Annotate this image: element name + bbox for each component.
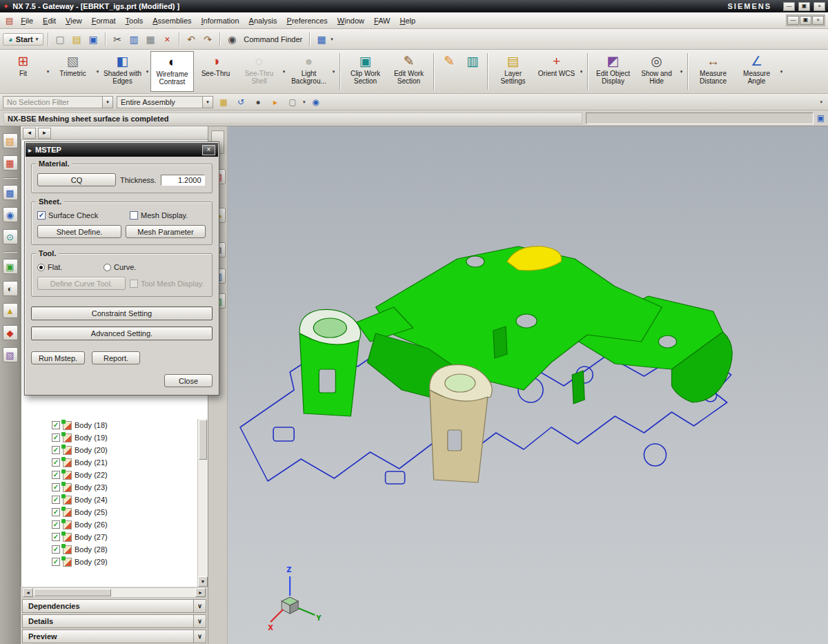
process-studio-icon[interactable]: ◐ bbox=[3, 281, 18, 296]
tree-row[interactable]: ✓Body (22) bbox=[21, 469, 197, 481]
scroll-down-arrow[interactable]: ▼ bbox=[198, 576, 208, 587]
dialog-style-button[interactable]: ▦ bbox=[314, 32, 329, 47]
tree-row[interactable]: ✓Body (18) bbox=[21, 419, 197, 431]
tree-row[interactable]: ✓Body (20) bbox=[21, 444, 197, 456]
measure-distance-button[interactable]: ↔ Measure Distance bbox=[691, 51, 735, 92]
scroll-thumb[interactable] bbox=[34, 589, 111, 596]
selection-filter-combo[interactable]: No Selection Filter ▾ bbox=[3, 96, 113, 108]
mesh-display-checkbox[interactable] bbox=[130, 211, 138, 219]
tree-row[interactable]: ✓Body (26) bbox=[21, 518, 197, 531]
roles-icon[interactable]: ◆ bbox=[3, 325, 18, 340]
dialog-title-bar[interactable]: ▸ MSTEP × bbox=[26, 143, 218, 157]
close-button[interactable]: × bbox=[814, 2, 825, 11]
checkbox-icon[interactable]: ✓ bbox=[52, 496, 60, 504]
checkbox-icon[interactable]: ✓ bbox=[52, 433, 60, 442]
surface-check-checkbox[interactable]: ✓ bbox=[37, 211, 46, 219]
undo-button[interactable]: ↶ bbox=[184, 32, 199, 47]
panel-details[interactable]: Details ∨ bbox=[22, 614, 206, 628]
advanced-setting-button[interactable]: Advanced Setting. bbox=[31, 326, 213, 340]
chevron-down-icon[interactable]: ▾ bbox=[102, 97, 112, 108]
back-button[interactable]: ◄ bbox=[23, 128, 36, 139]
tool-mesh-display-checkbox[interactable] bbox=[130, 280, 138, 288]
menu-faw[interactable]: FAW bbox=[369, 14, 395, 28]
checkbox-icon[interactable]: ✓ bbox=[52, 421, 60, 429]
menu-preferences[interactable]: Preferences bbox=[282, 14, 333, 28]
menu-format[interactable]: Format bbox=[87, 14, 121, 28]
internet-explorer-icon[interactable]: ◉ bbox=[3, 207, 18, 222]
checkbox-icon[interactable]: ✓ bbox=[52, 508, 60, 516]
panel-dependencies[interactable]: Dependencies ∨ bbox=[22, 599, 206, 613]
checkbox-icon[interactable]: ✓ bbox=[52, 533, 60, 541]
edit-work-section-button[interactable]: ✎ Edit Work Section bbox=[387, 51, 431, 92]
cursor-select-button[interactable]: ▸ bbox=[268, 95, 282, 108]
checkbox-icon[interactable]: ✓ bbox=[52, 558, 60, 566]
tree-row[interactable]: ✓Body (29) bbox=[21, 556, 197, 568]
menu-tools[interactable]: Tools bbox=[121, 14, 148, 28]
tree-row[interactable]: ✓Body (24) bbox=[21, 494, 197, 506]
save-button[interactable]: ▣ bbox=[86, 32, 101, 47]
checkbox-icon[interactable]: ✓ bbox=[52, 483, 60, 491]
open-file-button[interactable]: ▤ bbox=[69, 32, 84, 47]
layer-settings-button[interactable]: ▤ Layer Settings bbox=[491, 51, 535, 92]
dropdown-arrow[interactable]: ▾ bbox=[331, 51, 337, 92]
checkbox-icon[interactable]: ✓ bbox=[52, 545, 60, 554]
dropdown-arrow[interactable]: ▾ bbox=[144, 51, 150, 92]
panel-preview[interactable]: Preview ∨ bbox=[22, 630, 206, 643]
trimetric-button[interactable]: ▧ Trimetric bbox=[51, 51, 95, 92]
light-background-button[interactable]: ● Light Backgrou... bbox=[287, 51, 331, 92]
horizontal-scrollbar[interactable]: ◄ ► bbox=[22, 587, 206, 598]
vertical-scrollbar[interactable]: ▼ bbox=[197, 419, 208, 587]
constraint-navigator-icon[interactable]: ▦ bbox=[3, 155, 18, 170]
thickness-field[interactable]: 1.2000 bbox=[161, 175, 205, 186]
selection-scope-combo[interactable]: Entire Assembly ▾ bbox=[117, 96, 213, 108]
edit-object-display-button[interactable]: ◩ Edit Object Display bbox=[591, 51, 635, 92]
dropdown-arrow[interactable]: ▾ bbox=[281, 51, 287, 92]
tree-row[interactable]: ✓Body (27) bbox=[21, 531, 197, 543]
tree-row[interactable]: ✓Body (25) bbox=[21, 506, 197, 518]
restore-button[interactable]: ▣ bbox=[798, 2, 810, 11]
sketch-button[interactable]: ✎ bbox=[437, 51, 461, 92]
shaded-ball-button[interactable]: ● bbox=[251, 95, 265, 108]
dropdown-arrow[interactable]: ▾ bbox=[578, 51, 584, 92]
clip-work-section-button[interactable]: ▣ Clip Work Section bbox=[344, 51, 387, 92]
menu-view[interactable]: View bbox=[61, 14, 87, 28]
dropdown-arrow[interactable]: ▾ bbox=[678, 51, 684, 92]
report-button[interactable]: Report. bbox=[92, 351, 140, 364]
rollback-button[interactable]: ↺ bbox=[234, 95, 248, 108]
menu-help[interactable]: Help bbox=[395, 14, 420, 28]
tree-row[interactable]: ✓Body (21) bbox=[21, 456, 197, 469]
columns-button[interactable]: ▥ bbox=[461, 51, 484, 92]
flat-radio[interactable] bbox=[37, 264, 45, 271]
curve-radio[interactable] bbox=[103, 264, 111, 271]
part-navigator-icon[interactable]: ▩ bbox=[3, 185, 18, 200]
dropdown-arrow[interactable]: ▾ bbox=[778, 51, 785, 92]
redo-button[interactable]: ↷ bbox=[200, 32, 215, 47]
viewport-canvas[interactable]: Z X Y bbox=[228, 126, 828, 644]
menu-analysis[interactable]: Analysis bbox=[244, 14, 282, 28]
wireframe-contrast-button[interactable]: ◐ Wireframe Contrast bbox=[150, 51, 194, 92]
dropdown-arrow[interactable]: ▾ bbox=[95, 51, 101, 92]
tree-row[interactable]: ✓Body (19) bbox=[21, 431, 197, 444]
run-mstep-button[interactable]: Run Mstep. bbox=[31, 351, 85, 364]
forward-button[interactable]: ► bbox=[38, 128, 51, 139]
dialog-close-button[interactable]: × bbox=[202, 145, 215, 155]
scroll-thumb[interactable] bbox=[199, 420, 207, 460]
checkbox-icon[interactable]: ✓ bbox=[52, 446, 60, 454]
tree-row[interactable]: ✓Body (23) bbox=[21, 481, 197, 494]
collapse-chevron-icon[interactable]: ∨ bbox=[193, 615, 206, 627]
tan-bracket[interactable] bbox=[430, 364, 493, 482]
system-scenes-icon[interactable]: ▧ bbox=[3, 347, 18, 362]
manufacturing-wizard-icon[interactable]: ▲ bbox=[3, 303, 18, 318]
delete-button[interactable]: × bbox=[159, 32, 175, 47]
formed-part[interactable] bbox=[356, 246, 732, 404]
shaded-with-edges-button[interactable]: ◧ Shaded with Edges bbox=[101, 51, 144, 92]
chevron-down-icon[interactable]: ▾ bbox=[202, 97, 213, 108]
define-curve-tool-button[interactable]: Define Curve Tool. bbox=[37, 277, 126, 290]
doc-minimize-button[interactable]: — bbox=[787, 16, 799, 25]
cut-button[interactable]: ✂ bbox=[110, 32, 125, 47]
paste-button[interactable]: ▦ bbox=[143, 32, 158, 47]
tree-row[interactable]: ✓Body (28) bbox=[21, 543, 197, 556]
cq-button[interactable]: CQ bbox=[37, 173, 116, 186]
sheet-define-button[interactable]: Sheet Define. bbox=[37, 225, 121, 238]
component-filter-button[interactable]: ▦ bbox=[217, 95, 230, 108]
